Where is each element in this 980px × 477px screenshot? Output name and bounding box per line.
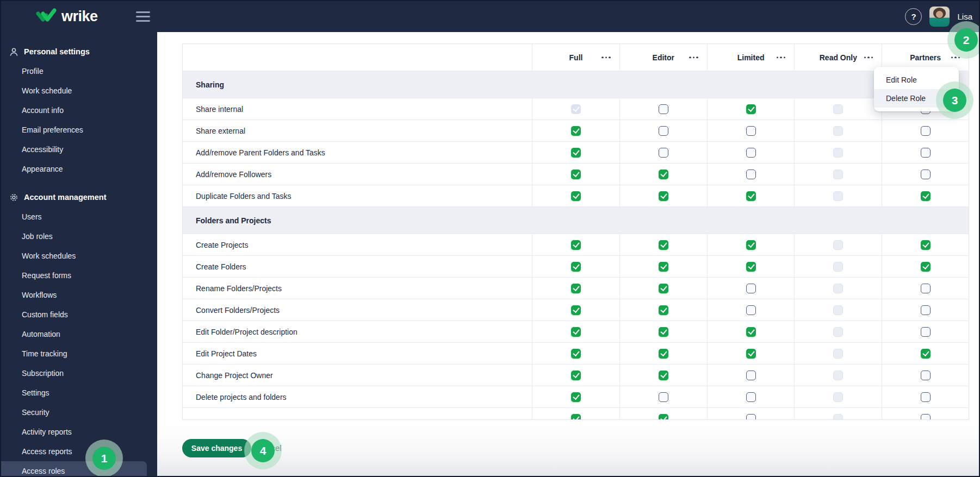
permission-checkbox-checked[interactable] bbox=[571, 126, 581, 136]
permission-checkbox-unchecked[interactable] bbox=[921, 284, 931, 293]
sidebar-item-workflows[interactable]: Workflows bbox=[1, 285, 157, 305]
sidebar-item-users[interactable]: Users bbox=[1, 207, 157, 227]
permission-checkbox-checked[interactable] bbox=[571, 414, 581, 420]
permission-checkbox-checked[interactable] bbox=[659, 191, 668, 201]
column-menu-ellipsis-icon[interactable] bbox=[774, 54, 788, 61]
permission-checkbox-checked[interactable] bbox=[571, 327, 581, 337]
column-menu-ellipsis-icon[interactable] bbox=[599, 54, 613, 61]
sidebar-item-access-roles[interactable]: Access roles bbox=[1, 461, 147, 477]
sidebar-item-access-reports[interactable]: Access reports bbox=[1, 442, 157, 461]
permission-checkbox-checked[interactable] bbox=[746, 262, 756, 272]
permission-label: Duplicate Folders and Tasks bbox=[183, 185, 532, 206]
hamburger-menu-icon[interactable] bbox=[136, 11, 150, 22]
dropdown-item-edit-role[interactable]: Edit Role bbox=[874, 71, 959, 89]
permission-checkbox-checked[interactable] bbox=[659, 305, 668, 315]
permission-checkbox-unchecked[interactable] bbox=[921, 392, 931, 402]
sidebar-item-settings[interactable]: Settings bbox=[1, 383, 157, 403]
sidebar-item-automation[interactable]: Automation bbox=[1, 324, 157, 344]
column-header-full: Full bbox=[532, 44, 619, 71]
permission-cell bbox=[619, 299, 707, 321]
permission-checkbox-checked[interactable] bbox=[571, 148, 581, 158]
permission-checkbox-unchecked[interactable] bbox=[659, 126, 668, 136]
sidebar-item-subscription[interactable]: Subscription bbox=[1, 363, 157, 383]
sidebar-item-work-schedule[interactable]: Work schedule bbox=[1, 81, 157, 101]
permission-checkbox-checked[interactable] bbox=[921, 262, 931, 272]
save-changes-button[interactable]: Save changes bbox=[182, 439, 251, 457]
sidebar-item-security[interactable]: Security bbox=[1, 403, 157, 422]
permission-checkbox-unchecked[interactable] bbox=[921, 327, 931, 337]
sidebar-item-appearance[interactable]: Appearance bbox=[1, 159, 157, 179]
wrike-logo[interactable]: wrike bbox=[36, 8, 98, 25]
sidebar-item-work-schedules[interactable]: Work schedules bbox=[1, 246, 157, 266]
step-badge-1: 1 bbox=[92, 447, 116, 470]
permission-checkbox-unchecked[interactable] bbox=[746, 126, 756, 136]
permission-checkbox-checked[interactable] bbox=[571, 305, 581, 315]
permission-checkbox-checked[interactable] bbox=[571, 371, 581, 380]
sidebar-item-email-preferences[interactable]: Email preferences bbox=[1, 120, 157, 140]
sidebar-item-job-roles[interactable]: Job roles bbox=[1, 227, 157, 246]
top-bar: wrike ? Lisa bbox=[1, 1, 979, 32]
permission-checkbox-unchecked[interactable] bbox=[746, 148, 756, 158]
sidebar-item-accessibility[interactable]: Accessibility bbox=[1, 140, 157, 159]
permission-checkbox-checked[interactable] bbox=[571, 191, 581, 201]
column-menu-ellipsis-icon[interactable] bbox=[862, 54, 876, 61]
permission-checkbox-unchecked[interactable] bbox=[746, 284, 756, 293]
permission-checkbox-checked[interactable] bbox=[659, 327, 668, 337]
permission-cell bbox=[794, 163, 882, 185]
sidebar-item-profile[interactable]: Profile bbox=[1, 61, 157, 81]
permission-checkbox-unchecked[interactable] bbox=[659, 104, 668, 114]
permission-checkbox-checked[interactable] bbox=[746, 191, 756, 201]
permission-checkbox-unchecked[interactable] bbox=[921, 126, 931, 136]
permission-checkbox-checked[interactable] bbox=[921, 191, 931, 201]
permission-checkbox-checked[interactable] bbox=[921, 349, 931, 359]
permission-checkbox-unchecked[interactable] bbox=[659, 392, 668, 402]
sidebar-section: Account managementUsersJob rolesWork sch… bbox=[1, 187, 157, 477]
help-icon[interactable]: ? bbox=[905, 8, 922, 25]
permission-checkbox-unchecked[interactable] bbox=[921, 371, 931, 380]
permission-checkbox-checked[interactable] bbox=[746, 349, 756, 359]
permission-checkbox-unchecked[interactable] bbox=[746, 170, 756, 179]
sidebar-item-account-info[interactable]: Account info bbox=[1, 101, 157, 120]
permission-checkbox-checked[interactable] bbox=[921, 240, 931, 250]
permission-checkbox-checked[interactable] bbox=[571, 392, 581, 402]
permission-label: Share external bbox=[183, 120, 532, 141]
permission-checkbox-checked[interactable] bbox=[571, 284, 581, 293]
sidebar-item-custom-fields[interactable]: Custom fields bbox=[1, 305, 157, 324]
permission-checkbox-checked[interactable] bbox=[659, 284, 668, 293]
permission-checkbox-checked[interactable] bbox=[659, 371, 668, 380]
permission-cell bbox=[707, 185, 795, 206]
permission-checkbox-checked[interactable] bbox=[659, 170, 668, 179]
permission-checkbox-checked[interactable] bbox=[571, 240, 581, 250]
permission-checkbox-checked[interactable] bbox=[571, 262, 581, 272]
sidebar-item-time-tracking[interactable]: Time tracking bbox=[1, 344, 157, 363]
permission-checkbox-unchecked[interactable] bbox=[921, 170, 931, 179]
avatar[interactable] bbox=[929, 7, 950, 27]
sidebar-item-activity-reports[interactable]: Activity reports bbox=[1, 422, 157, 442]
permission-checkbox-checked[interactable] bbox=[746, 104, 756, 114]
permission-checkbox-checked[interactable] bbox=[659, 414, 668, 420]
permission-checkbox-checked[interactable] bbox=[659, 349, 668, 359]
permission-checkbox-unchecked[interactable] bbox=[921, 305, 931, 315]
permission-checkbox-unchecked[interactable] bbox=[921, 414, 931, 420]
permission-checkbox-unchecked[interactable] bbox=[746, 305, 756, 315]
permission-cell bbox=[619, 386, 707, 407]
permission-checkbox-checked[interactable] bbox=[659, 240, 668, 250]
permission-checkbox-checked[interactable] bbox=[571, 170, 581, 179]
permission-checkbox-unchecked[interactable] bbox=[921, 148, 931, 158]
sidebar-item-request-forms[interactable]: Request forms bbox=[1, 266, 157, 285]
wrike-logo-check-icon bbox=[36, 8, 57, 24]
permission-checkbox-unchecked[interactable] bbox=[746, 414, 756, 420]
permission-checkbox-checked[interactable] bbox=[746, 327, 756, 337]
permission-checkbox-checked[interactable] bbox=[746, 240, 756, 250]
permission-checkbox-checked[interactable] bbox=[571, 349, 581, 359]
column-menu-ellipsis-icon[interactable] bbox=[687, 54, 700, 61]
permission-checkbox-unchecked[interactable] bbox=[746, 392, 756, 402]
column-menu-ellipsis-icon[interactable] bbox=[949, 54, 963, 61]
permission-label: Change Project Owner bbox=[183, 364, 532, 386]
permission-checkbox-checked[interactable] bbox=[659, 262, 668, 272]
table-section-row: Sharing bbox=[183, 71, 969, 98]
permission-row bbox=[183, 407, 969, 420]
permission-checkbox-unchecked[interactable] bbox=[659, 148, 668, 158]
permission-cell bbox=[532, 386, 619, 407]
permission-checkbox-unchecked[interactable] bbox=[746, 371, 756, 380]
